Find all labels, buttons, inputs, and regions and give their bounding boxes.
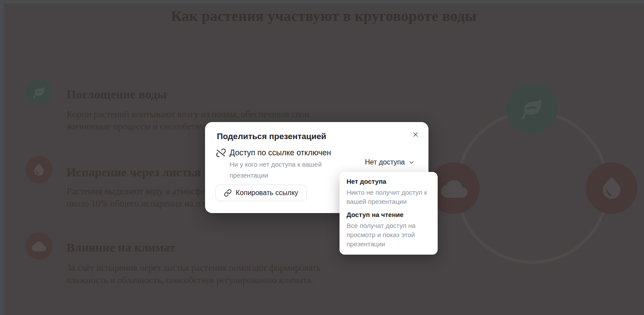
leaf-icon bbox=[25, 79, 53, 106]
option-label: Доступ на чтение bbox=[347, 210, 431, 219]
cloud-glyph bbox=[32, 238, 46, 253]
chevron-down-icon bbox=[408, 159, 415, 166]
link-icon bbox=[224, 189, 232, 197]
drop-glyph bbox=[598, 175, 625, 202]
option-label: Нет доступа bbox=[347, 177, 431, 186]
copy-link-button[interactable]: Копировать ссылку bbox=[216, 185, 307, 201]
option-description: Все получат доступ на просмотр и показ э… bbox=[347, 221, 431, 248]
access-level-select[interactable]: Нет доступа bbox=[365, 158, 415, 167]
body-line: влажность и облачность, способствуя регу… bbox=[67, 274, 321, 286]
copy-link-label: Копировать ссылку bbox=[236, 189, 298, 197]
link-access-description: Ни у кого нет доступа к вашей презентаци… bbox=[230, 159, 337, 181]
water-drop-icon-large bbox=[586, 162, 637, 214]
section-body-climate: За счёт испарения через листья растения … bbox=[67, 262, 321, 286]
leaf-glyph bbox=[518, 95, 545, 122]
access-level-menu: Нет доступа Никто не получит доступ к ва… bbox=[340, 172, 438, 255]
close-icon[interactable] bbox=[410, 129, 421, 140]
section-heading-climate: Влияние на климат bbox=[67, 240, 175, 255]
body-line: Корни растений впитывают влагу из почвы,… bbox=[67, 108, 309, 120]
leaf-glyph bbox=[32, 85, 46, 100]
body-line: За счёт испарения через листья растения … bbox=[67, 262, 321, 274]
leaf-icon-large bbox=[506, 83, 558, 134]
cloud-glyph bbox=[440, 175, 467, 202]
menu-option-read-access[interactable]: Доступ на чтение Все получат доступ на п… bbox=[347, 210, 431, 248]
section-heading-absorption: Поглощение воды bbox=[67, 87, 167, 102]
menu-option-no-access[interactable]: Нет доступа Никто не получит доступ к ва… bbox=[347, 177, 431, 206]
cloud-icon bbox=[25, 232, 53, 259]
slide-title: Как растения участвуют в круговороте вод… bbox=[4, 7, 644, 25]
link-access-status: Доступ по ссылке отключен bbox=[230, 147, 331, 158]
section-heading-evaporation: Испарение через листья bbox=[67, 165, 201, 180]
drop-glyph bbox=[32, 162, 46, 177]
water-drop-icon bbox=[25, 156, 53, 183]
link-off-icon bbox=[216, 148, 226, 158]
option-description: Никто не получит доступ к вашей презента… bbox=[347, 188, 431, 206]
dialog-title: Поделиться презентацией bbox=[217, 132, 326, 141]
access-level-value: Нет доступа bbox=[365, 158, 405, 166]
